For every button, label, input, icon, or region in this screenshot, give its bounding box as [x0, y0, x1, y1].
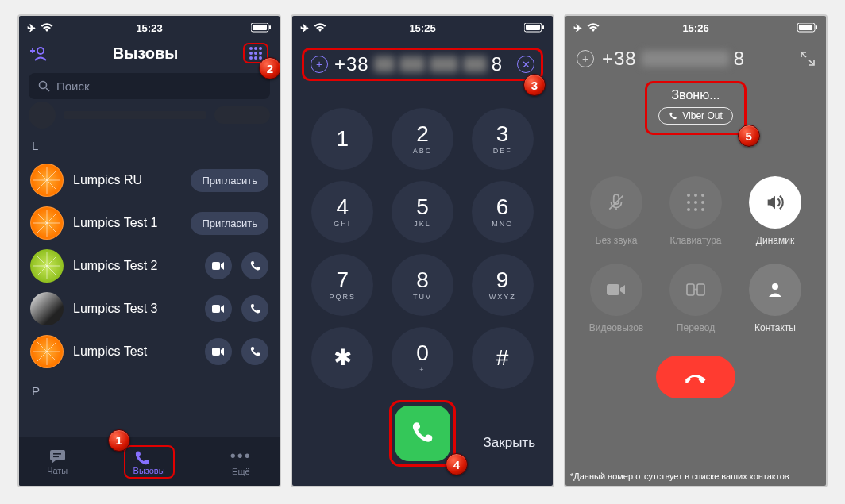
battery-icon	[251, 23, 272, 33]
contact-name: Lumpics Test	[73, 344, 195, 359]
tab-more[interactable]: ••• Ещё	[230, 447, 252, 476]
expand-icon[interactable]	[801, 52, 815, 66]
speaker-icon	[764, 191, 786, 214]
person-icon	[766, 280, 785, 299]
dialed-number-field[interactable]: + +38 8 ✕ 3	[302, 48, 543, 81]
key-number: 4	[337, 196, 349, 218]
key-letters: TUV	[413, 293, 432, 301]
keypad-button[interactable]: Клавиатура	[659, 176, 732, 246]
contact-row[interactable]: Lumpics Test 2	[19, 244, 280, 287]
keypad: 12ABC3DEF4GHI5JKL6MNO7PQRS8TUV9WXYZ✱0+#	[310, 108, 535, 389]
search-icon	[38, 80, 50, 92]
invite-button[interactable]: Пригласить	[191, 169, 268, 192]
video-icon	[605, 281, 627, 298]
key-8[interactable]: 8TUV	[392, 254, 453, 316]
dialed-number: +38 8	[334, 53, 511, 75]
tab-calls[interactable]: Вызовы 1	[124, 445, 175, 479]
contact-row[interactable]: Lumpics Test 3	[19, 287, 280, 330]
calling-status-text: Звоню...	[671, 88, 720, 102]
voice-call-icon[interactable]	[241, 338, 268, 365]
key-letters: MNO	[492, 220, 513, 228]
svg-line-37	[47, 342, 56, 352]
search-input[interactable]: Поиск	[29, 73, 270, 99]
clear-number-icon[interactable]: ✕	[517, 56, 534, 73]
key-4[interactable]: 4GHI	[311, 181, 373, 243]
key-1[interactable]: 1	[311, 108, 373, 170]
key-0[interactable]: 0+	[392, 327, 453, 389]
step-badge-3: 3	[523, 74, 546, 96]
video-call-icon[interactable]	[205, 252, 232, 279]
svg-rect-57	[697, 284, 704, 295]
key-6[interactable]: 6MNO	[472, 181, 534, 243]
key-#[interactable]: #	[472, 327, 534, 389]
contact-row[interactable]: Lumpics Test	[19, 330, 280, 373]
key-9[interactable]: 9WXYZ	[472, 254, 534, 316]
call-controls-grid: Без звука Клавиатура Динамик Видеовызов …	[580, 176, 812, 333]
key-letters: ABC	[413, 147, 433, 155]
status-bar: ✈ 15:23	[19, 16, 280, 40]
call-button[interactable]: 4	[389, 400, 456, 467]
svg-line-19	[47, 223, 56, 233]
status-time: 15:25	[292, 22, 553, 34]
contact-name: Lumpics Test 3	[73, 302, 195, 316]
contacts-button[interactable]: Контакты	[739, 264, 812, 333]
svg-rect-55	[607, 284, 619, 295]
add-contact-icon[interactable]	[30, 44, 48, 62]
open-dialpad-button[interactable]: 2	[243, 43, 268, 63]
key-number: #	[496, 347, 509, 369]
speaker-button[interactable]: Динамик	[739, 176, 812, 246]
chat-icon	[48, 448, 66, 464]
key-letters: JKL	[414, 220, 431, 228]
contact-row[interactable]: Lumpics Test 1Пригласить	[19, 202, 280, 244]
add-to-contacts-icon[interactable]: +	[577, 50, 594, 67]
dialer-screen: ✈ 15:25 + +38 8 ✕ 3 12ABC3DEF4GHI5JKL6MN…	[291, 14, 554, 487]
add-to-contacts-icon[interactable]: +	[311, 56, 328, 73]
section-p: P	[19, 373, 280, 404]
key-7[interactable]: 7PQRS	[311, 254, 373, 316]
status-bar: ✈ 15:25	[292, 16, 553, 40]
svg-line-41	[37, 352, 47, 361]
svg-line-12	[37, 180, 47, 190]
voice-call-icon[interactable]	[241, 295, 268, 322]
key-3[interactable]: 3DEF	[472, 108, 534, 170]
viber-out-badge: Viber Out	[658, 107, 732, 125]
hangup-button[interactable]	[656, 356, 735, 398]
tab-chats[interactable]: Чаты	[47, 448, 68, 475]
svg-rect-1	[269, 25, 271, 29]
mute-button[interactable]: Без звука	[580, 176, 653, 246]
svg-rect-51	[816, 25, 817, 29]
svg-point-58	[772, 283, 778, 290]
calling-number: +38 8	[602, 48, 801, 70]
voice-call-icon[interactable]	[241, 252, 268, 279]
phone-icon	[133, 450, 151, 466]
key-✱[interactable]: ✱	[311, 327, 373, 389]
close-button[interactable]: Закрыть	[484, 435, 535, 451]
phone-icon	[410, 421, 435, 446]
footer-note: *Данный номер отсутствует в списке ваших…	[565, 471, 826, 481]
bottom-tabbar: Чаты Вызовы 1 ••• Ещё	[19, 437, 280, 486]
airplane-icon: ✈	[573, 22, 582, 34]
video-call-icon[interactable]	[205, 295, 232, 322]
svg-line-14	[37, 171, 47, 180]
avatar	[30, 292, 64, 325]
step-badge-4: 4	[446, 453, 468, 475]
calls-header: Вызовы 2	[19, 40, 280, 70]
svg-line-26	[47, 256, 56, 266]
hangup-icon	[682, 364, 709, 391]
key-5[interactable]: 5JKL	[392, 181, 453, 243]
svg-rect-44	[212, 348, 220, 356]
svg-rect-48	[542, 25, 544, 29]
video-call-button[interactable]: Видеовызов	[580, 264, 653, 333]
step-badge-2: 2	[259, 57, 281, 79]
contact-name: Lumpics Test 2	[73, 259, 195, 273]
avatar	[30, 206, 64, 240]
transfer-button[interactable]: Перевод	[659, 264, 732, 333]
contact-row[interactable]: Lumpics RUПригласить	[19, 159, 280, 202]
calls-screen: ✈ 15:23 Вызовы 2 Поиск	[17, 14, 281, 487]
avatar	[30, 164, 64, 197]
svg-line-8	[47, 171, 56, 180]
video-call-icon[interactable]	[205, 338, 232, 365]
invite-button[interactable]: Пригласить	[191, 212, 268, 235]
more-icon: •••	[230, 447, 252, 465]
key-2[interactable]: 2ABC	[392, 108, 453, 170]
